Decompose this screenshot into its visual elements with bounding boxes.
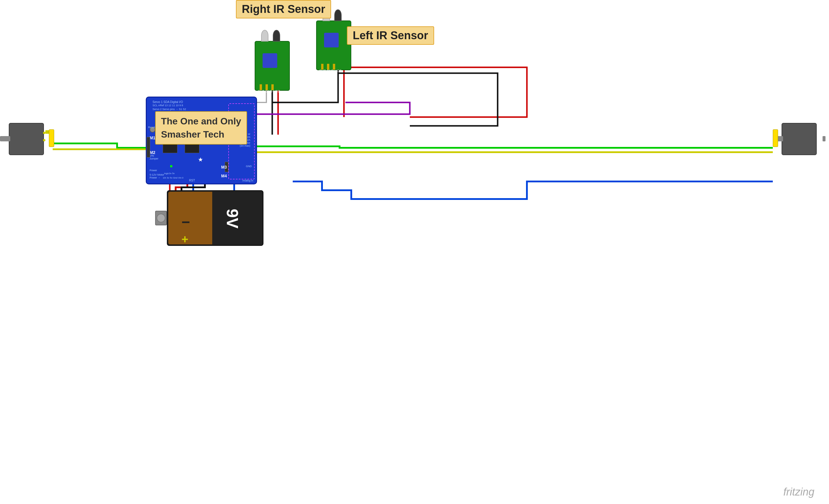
right-motor — [773, 117, 826, 164]
battery: − 9V + — [155, 190, 263, 249]
right-ir-sensor: OUT GND VCC — [255, 41, 290, 91]
right-ir-label: Right IR Sensor — [236, 0, 331, 19]
tooltip-label: The One and Only Smasher Tech — [155, 111, 247, 145]
wires-layer — [0, 0, 829, 504]
left-ir-label: Left IR Sensor — [347, 26, 434, 45]
left-motor — [0, 117, 53, 164]
fritzing-watermark: fritzing — [783, 486, 814, 498]
main-canvas: OUT GND VCC OUT GND VCC Servo 1 SDA Digi… — [0, 0, 829, 504]
left-ir-sensor: OUT GND VCC — [316, 21, 351, 70]
